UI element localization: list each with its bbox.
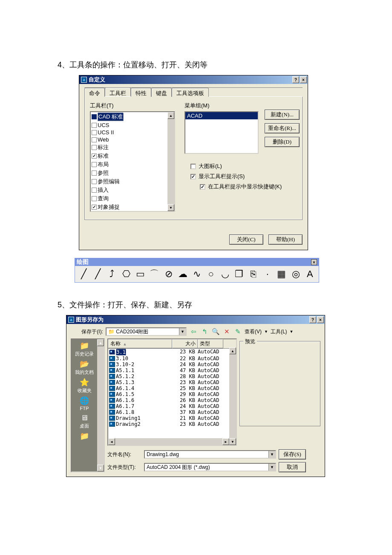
toolbar-list-item[interactable]: Web: [91, 136, 167, 143]
up-level-icon[interactable]: ↰: [200, 327, 209, 336]
close-titlebar-button[interactable]: ×: [317, 316, 324, 323]
sidebar-item-buzzsaw[interactable]: 📁: [78, 431, 91, 441]
scroll-up-button[interactable]: ▲: [97, 339, 104, 346]
file-row[interactable]: 3.123 KBAutoCAD: [108, 349, 236, 356]
show-shortcuts-checkbox[interactable]: ✓ 在工具栏提示中显示快捷键(K): [190, 183, 300, 191]
scroll-down-button[interactable]: ▼: [229, 438, 236, 445]
column-header-type[interactable]: 类型: [198, 339, 223, 348]
places-sidebar[interactable]: 📁历史记录📂我的文档⭐收藏夹🌐FTP🖥桌面📁 ▲ ▼: [71, 338, 105, 472]
checkbox-icon[interactable]: [92, 188, 97, 193]
dropdown-arrow-icon[interactable]: ▼: [290, 330, 294, 334]
file-row[interactable]: Drawing121 KBAutoCAD: [108, 415, 236, 421]
arc-icon[interactable]: ⌒: [149, 269, 160, 280]
toolbar-list-item[interactable]: 布局: [91, 160, 167, 169]
file-row[interactable]: A6.1.626 KBAutoCAD: [108, 397, 236, 403]
save-button[interactable]: 保存(S): [279, 449, 306, 460]
scroll-left-button[interactable]: ◀: [108, 438, 115, 445]
toolbar-list-item[interactable]: CAD 标准: [91, 112, 167, 121]
dialog-titlebar[interactable]: a 自定义 ? ×: [79, 75, 308, 84]
scroll-up-button[interactable]: ▲: [229, 347, 236, 354]
help-titlebar-button[interactable]: ?: [309, 316, 316, 323]
back-icon[interactable]: ⇦: [189, 327, 198, 336]
large-icons-checkbox[interactable]: 大图标(L): [190, 162, 300, 170]
checkbox-icon[interactable]: [92, 145, 97, 150]
toolbar-list-item[interactable]: 参照编辑: [91, 177, 167, 186]
views-dropdown[interactable]: 查看(V): [245, 328, 262, 335]
revision-cloud-icon[interactable]: ☁: [177, 269, 188, 280]
file-row[interactable]: A5.1.228 KBAutoCAD: [108, 373, 236, 379]
dropdown-arrow-icon[interactable]: ▼: [268, 451, 275, 458]
tab-commands[interactable]: 命令: [84, 88, 105, 97]
create-folder-icon[interactable]: ✎: [233, 327, 242, 336]
tab-keyboard[interactable]: 键盘: [151, 88, 172, 97]
checkbox-icon[interactable]: [92, 179, 97, 184]
scroll-up-button[interactable]: ▲: [167, 112, 174, 119]
checkbox-icon[interactable]: [92, 196, 97, 201]
sidebar-item-documents[interactable]: 📂我的文档: [75, 359, 94, 376]
help-button[interactable]: 帮助(H): [268, 234, 303, 245]
tab-properties[interactable]: 特性: [131, 88, 151, 97]
text-icon[interactable]: A: [305, 269, 315, 280]
tab-toolbars[interactable]: 工具栏: [105, 87, 131, 96]
show-tooltips-checkbox[interactable]: ✓ 显示工具栏提示(S): [190, 173, 300, 180]
checkbox-icon[interactable]: [92, 130, 97, 135]
toolbar-list-item[interactable]: UCS II: [91, 129, 167, 136]
dialog-titlebar[interactable]: a 图形另存为 ? ×: [66, 315, 325, 324]
polygon-icon[interactable]: ⎔: [121, 269, 132, 280]
checkbox-icon[interactable]: [92, 114, 97, 119]
menugroup-item-acad[interactable]: ACAD: [185, 112, 258, 119]
file-row[interactable]: A5.1.147 KBAutoCAD: [108, 367, 236, 373]
line-icon[interactable]: ╱: [78, 269, 89, 280]
dropdown-arrow-icon[interactable]: ▼: [179, 328, 186, 335]
tab-toolpalettes[interactable]: 工具选项板: [172, 88, 209, 97]
toolbar-list-item[interactable]: 插入: [91, 186, 167, 194]
toolbar-list-item[interactable]: 对象特性: [91, 211, 167, 212]
spline-icon[interactable]: ∿: [191, 269, 202, 280]
toolbar-close-icon[interactable]: ×: [311, 259, 317, 265]
ellipse-icon[interactable]: ○: [206, 269, 216, 280]
save-in-combo[interactable]: 📁 CAD2004附图 ▼: [106, 327, 187, 336]
sidebar-item-history[interactable]: 📁历史记录: [75, 341, 94, 357]
sidebar-item-ftp[interactable]: 🌐FTP: [78, 396, 91, 411]
toolbar-list-item[interactable]: 标准: [91, 152, 167, 160]
file-row[interactable]: A5.1.323 KBAutoCAD: [108, 379, 236, 385]
checkbox-icon[interactable]: [92, 123, 97, 128]
help-titlebar-button[interactable]: ?: [292, 76, 299, 83]
file-list[interactable]: 名称 ▲ 大小 类型 3.123 KBAutoCAD3.1022 KBAutoC…: [107, 338, 237, 446]
dropdown-arrow-icon[interactable]: ▼: [268, 464, 275, 471]
toolbar-list-item[interactable]: 参照: [91, 169, 167, 177]
toolbar-list-item[interactable]: 标注: [91, 143, 167, 152]
scroll-down-button[interactable]: ▼: [167, 204, 174, 211]
circle-icon[interactable]: ⊘: [163, 269, 174, 280]
draw-toolbar[interactable]: 绘图 × ╱╱⤴⎔▭⌒⊘☁∿○◡❐⎘·▦◎A: [75, 258, 319, 283]
point-icon[interactable]: ·: [262, 269, 273, 280]
column-header-size[interactable]: 大小: [172, 339, 198, 348]
listbox-scrollbar[interactable]: ▲ ▼: [167, 112, 174, 211]
file-row[interactable]: A6.1.837 KBAutoCAD: [108, 409, 236, 415]
insert-block-icon[interactable]: ❐: [234, 269, 245, 280]
filetype-combo[interactable]: AutoCAD 2004 图形 (*.dwg) ▼: [144, 463, 276, 471]
file-row[interactable]: A6.1.425 KBAutoCAD: [108, 385, 236, 391]
sidebar-scrollbar[interactable]: ▲ ▼: [97, 339, 104, 471]
checkbox-icon[interactable]: [92, 162, 97, 167]
toolbar-list-item[interactable]: 对象捕捉: [91, 203, 167, 211]
cancel-button[interactable]: 取消: [279, 462, 306, 472]
polyline-icon[interactable]: ⤴: [107, 269, 117, 280]
make-block-icon[interactable]: ⎘: [248, 269, 259, 280]
file-row[interactable]: A6.1.529 KBAutoCAD: [108, 391, 236, 397]
file-row[interactable]: 3.1022 KBAutoCAD: [108, 356, 236, 361]
ellipse-arc-icon[interactable]: ◡: [220, 269, 231, 280]
sidebar-item-favorites[interactable]: ⭐收藏夹: [78, 378, 92, 394]
close-titlebar-button[interactable]: ×: [300, 76, 307, 83]
menugroup-listbox[interactable]: ACAD: [184, 111, 259, 154]
region-icon[interactable]: ◎: [291, 269, 301, 280]
close-button[interactable]: 关闭(C): [229, 234, 263, 245]
checkbox-icon[interactable]: [92, 153, 97, 159]
scroll-right-button[interactable]: ▶: [222, 438, 229, 445]
sidebar-item-desktop[interactable]: 🖥桌面: [78, 413, 91, 429]
rename-button[interactable]: 重命名(R)...: [265, 123, 300, 133]
construction-line-icon[interactable]: ╱: [92, 269, 103, 280]
file-row[interactable]: A6.1.724 KBAutoCAD: [108, 403, 236, 409]
horizontal-scrollbar[interactable]: ◀ ▶: [108, 438, 229, 445]
filename-input[interactable]: Drawing1.dwg ▼: [144, 450, 276, 459]
